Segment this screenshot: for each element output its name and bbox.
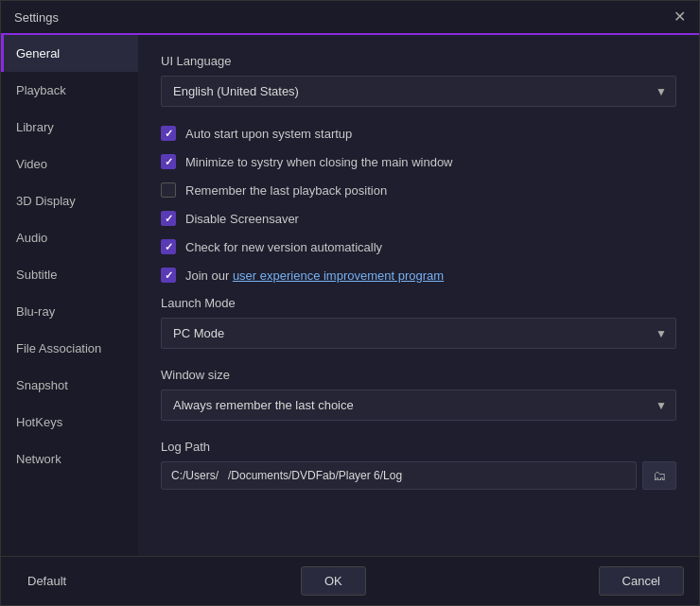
bottom-bar: Default OK Cancel: [1, 556, 699, 605]
checkbox-auto-start-box[interactable]: [161, 126, 176, 141]
launch-mode-dropdown-wrapper: PC Mode TV Mode ▼: [161, 318, 676, 349]
sidebar-item-playback[interactable]: Playback: [1, 72, 138, 109]
default-button[interactable]: Default: [16, 568, 78, 594]
checkbox-disable-screensaver-label: Disable Screensaver: [185, 212, 299, 226]
sidebar: General Playback Library Video 3D Displa…: [1, 35, 138, 556]
main-content: UI Language English (United States) Chin…: [138, 35, 699, 556]
sidebar-item-file-association[interactable]: File Association: [1, 330, 138, 367]
checkbox-auto-start: Auto start upon system startup: [161, 126, 676, 141]
sidebar-item-library[interactable]: Library: [1, 109, 138, 146]
checkbox-join-program-label: Join our user experience improvement pro…: [185, 268, 444, 283]
checkbox-disable-screensaver-box[interactable]: [161, 211, 176, 226]
cancel-button[interactable]: Cancel: [599, 566, 684, 596]
sidebar-item-general[interactable]: General: [1, 35, 138, 72]
dialog-content: General Playback Library Video 3D Displa…: [1, 35, 699, 556]
sidebar-item-hotkeys[interactable]: HotKeys: [1, 404, 138, 441]
checkbox-check-version: Check for new version automatically: [161, 239, 676, 254]
sidebar-item-audio[interactable]: Audio: [1, 219, 138, 256]
checkbox-auto-start-label: Auto start upon system startup: [185, 127, 352, 141]
settings-dialog: Settings ✕ General Playback Library Vide…: [0, 0, 700, 606]
close-button[interactable]: ✕: [674, 9, 686, 25]
checkbox-check-version-box[interactable]: [161, 239, 176, 254]
ui-language-dropdown-wrapper: English (United States) Chinese (Simplif…: [161, 76, 676, 107]
checkbox-check-version-label: Check for new version automatically: [185, 240, 382, 254]
window-size-label: Window size: [161, 368, 676, 382]
window-size-dropdown[interactable]: Always remember the last choice Fullscre…: [161, 390, 676, 421]
ui-language-label: UI Language: [161, 54, 676, 68]
sidebar-item-video[interactable]: Video: [1, 146, 138, 182]
checkbox-remember-playback-box[interactable]: [161, 182, 176, 198]
checkbox-remember-playback: Remember the last playback position: [161, 182, 676, 198]
checkbox-minimize-systray: Minimize to systry when closing the main…: [161, 154, 676, 169]
checkbox-minimize-systray-box[interactable]: [161, 154, 176, 169]
checkbox-join-program: Join our user experience improvement pro…: [161, 268, 676, 283]
ui-language-dropdown[interactable]: English (United States) Chinese (Simplif…: [161, 76, 676, 107]
log-path-label: Log Path: [161, 440, 676, 454]
join-text: Join our: [185, 268, 233, 283]
window-size-dropdown-wrapper: Always remember the last choice Fullscre…: [161, 390, 676, 421]
folder-browse-button[interactable]: 🗂: [642, 461, 676, 490]
log-path-input[interactable]: [161, 461, 637, 490]
launch-mode-dropdown[interactable]: PC Mode TV Mode: [161, 318, 676, 349]
ok-button[interactable]: OK: [301, 566, 366, 596]
sidebar-item-snapshot[interactable]: Snapshot: [1, 367, 138, 404]
log-path-row: 🗂: [161, 461, 676, 490]
join-link[interactable]: user experience improvement program: [233, 268, 444, 283]
sidebar-item-blu-ray[interactable]: Blu-ray: [1, 293, 138, 330]
title-bar: Settings ✕: [1, 1, 699, 35]
checkbox-remember-playback-label: Remember the last playback position: [185, 183, 387, 198]
checkbox-disable-screensaver: Disable Screensaver: [161, 211, 676, 226]
sidebar-item-network[interactable]: Network: [1, 441, 138, 477]
checkbox-join-program-box[interactable]: [161, 268, 176, 283]
sidebar-item-subtitle[interactable]: Subtitle: [1, 256, 138, 293]
sidebar-item-3d-display[interactable]: 3D Display: [1, 182, 138, 219]
dialog-title: Settings: [14, 10, 59, 25]
launch-mode-label: Launch Mode: [161, 296, 676, 310]
checkbox-minimize-systray-label: Minimize to systry when closing the main…: [185, 155, 453, 169]
folder-icon: 🗂: [653, 468, 666, 483]
